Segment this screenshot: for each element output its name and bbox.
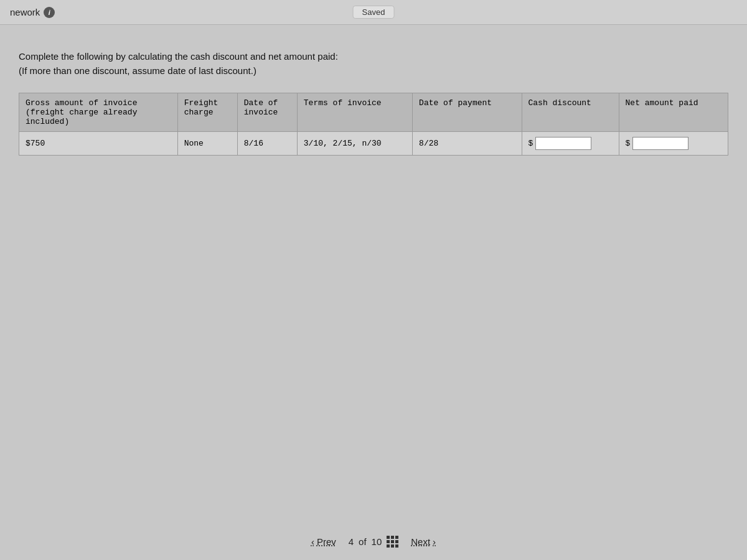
net-amount-input[interactable] xyxy=(632,137,688,150)
next-label: Next xyxy=(411,536,430,547)
col-header-net-amount: Net amount paid xyxy=(619,93,728,132)
col-header-date-payment: Date of payment xyxy=(413,93,522,132)
instruction-line1: Complete the following by calculating th… xyxy=(19,50,728,64)
app-title: nework i xyxy=(10,7,55,18)
next-button[interactable]: Next › xyxy=(411,536,436,547)
cell-net-amount: $ xyxy=(619,132,728,156)
grid-icon[interactable] xyxy=(387,536,398,548)
col-header-freight: Freight charge xyxy=(177,93,237,132)
bottom-navigation: ‹ Prev 4 of 10 Next › xyxy=(0,536,747,548)
page-total: 10 xyxy=(372,536,382,547)
instructions: Complete the following by calculating th… xyxy=(19,50,728,78)
next-chevron-icon: › xyxy=(433,536,436,547)
col-header-gross: Gross amount of invoice (freight charge … xyxy=(19,93,178,132)
invoice-table: Gross amount of invoice (freight charge … xyxy=(19,93,728,156)
cell-cash-discount: $ xyxy=(522,132,619,156)
instruction-line2: (If more than one discount, assume date … xyxy=(19,64,728,78)
page-info: 4 of 10 xyxy=(349,536,399,548)
app-name-label: nework xyxy=(10,7,40,17)
cell-date-invoice: 8/16 xyxy=(237,132,297,156)
prev-button[interactable]: ‹ Prev xyxy=(311,536,336,547)
col-header-terms: Terms of invoice xyxy=(297,93,412,132)
main-content: Complete the following by calculating th… xyxy=(0,25,747,168)
prev-label: Prev xyxy=(317,536,336,547)
cell-freight-charge: None xyxy=(177,132,237,156)
prev-chevron-icon: ‹ xyxy=(311,536,314,547)
page-of-label: of xyxy=(359,536,367,547)
top-bar: nework i Saved xyxy=(0,0,747,25)
col-header-date-invoice: Date of invoice xyxy=(237,93,297,132)
table-row: $750 None 8/16 3/10, 2/15, n/30 8/28 $ $ xyxy=(19,132,728,156)
cell-date-payment: 8/28 xyxy=(413,132,522,156)
page-current: 4 xyxy=(349,536,354,547)
table-header-row: Gross amount of invoice (freight charge … xyxy=(19,93,728,132)
cell-gross-amount: $750 xyxy=(19,132,178,156)
cell-terms: 3/10, 2/15, n/30 xyxy=(297,132,412,156)
col-header-cash-discount: Cash discount xyxy=(522,93,619,132)
cash-discount-input[interactable] xyxy=(535,137,591,150)
cash-discount-dollar: $ xyxy=(529,139,533,148)
saved-badge: Saved xyxy=(353,6,395,19)
net-amount-dollar: $ xyxy=(626,139,631,148)
info-icon[interactable]: i xyxy=(44,7,55,18)
